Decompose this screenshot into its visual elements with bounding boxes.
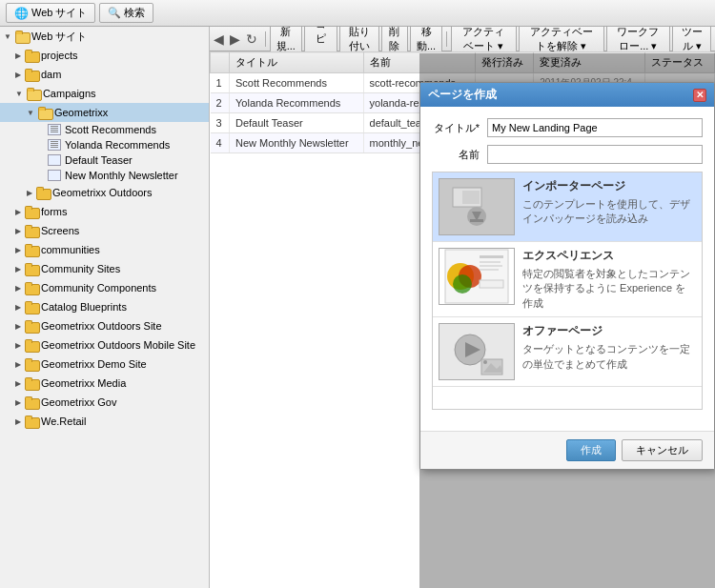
- separator: [446, 31, 447, 47]
- svg-point-10: [453, 274, 472, 294]
- folder-icon: [24, 356, 39, 372]
- sidebar-item-community-components[interactable]: ▶ Community Components: [0, 278, 209, 297]
- sidebar-item-geometrixx-media[interactable]: ▶ Geometrixx Media: [0, 374, 209, 393]
- row-title: New Monthly Newsletter: [230, 133, 364, 153]
- item-label: Scott Recommends: [65, 124, 156, 135]
- template-info-importer: インポーターページ このテンプレートを使用して、デザインパッケージを読み込み: [522, 178, 696, 227]
- search-button[interactable]: 🔍 検索: [99, 3, 153, 23]
- create-button[interactable]: 作成: [566, 439, 616, 461]
- svg-rect-14: [480, 269, 499, 271]
- template-title: エクスペリエンス: [522, 248, 696, 264]
- dialog-overlay: ページを作成 ✕ タイトル* 名前: [419, 53, 715, 588]
- triangle-icon: ▶: [15, 71, 21, 79]
- item-label: We.Retail: [41, 416, 86, 427]
- row-num: 1: [211, 73, 230, 93]
- row-title: Scott Recommends: [230, 73, 364, 93]
- page-icon: [48, 154, 61, 166]
- folder-icon: [24, 48, 39, 63]
- item-label: Community Sites: [41, 263, 120, 274]
- folder-icon: [24, 204, 39, 219]
- folder-icon: [24, 67, 39, 82]
- row-title: Yolanda Recommends: [230, 93, 364, 113]
- website-icon: 🌐: [14, 7, 29, 20]
- sidebar-item-default-teaser[interactable]: Default Teaser: [0, 152, 209, 168]
- sidebar-item-scott[interactable]: Scott Recommends: [0, 122, 209, 137]
- template-item-importer[interactable]: インポーターページ このテンプレートを使用して、デザインパッケージを読み込み: [433, 172, 702, 242]
- folder-icon: [24, 280, 39, 295]
- triangle-icon: ▶: [15, 322, 21, 331]
- sidebar-item-forms[interactable]: ▶ forms: [0, 202, 209, 221]
- sidebar-item-we-retail[interactable]: ▶ We.Retail: [0, 412, 209, 431]
- folder-open-icon: [37, 105, 52, 120]
- triangle-icon: ▶: [15, 417, 21, 426]
- search-icon: 🔍: [108, 7, 121, 19]
- sidebar-item-geometrixx[interactable]: ▼ Geometrixx: [0, 103, 209, 122]
- row-title: Default Teaser: [230, 113, 364, 133]
- folder-icon: [24, 414, 39, 429]
- sidebar-item-yolanda[interactable]: Yolanda Recommends: [0, 137, 209, 152]
- page-icon: [48, 170, 61, 181]
- item-label: Geometrixx Outdoors: [52, 187, 153, 198]
- sidebar-item-community-sites[interactable]: ▶ Community Sites: [0, 259, 209, 278]
- triangle-icon: ▶: [15, 379, 21, 388]
- triangle-icon: ▶: [15, 398, 21, 407]
- folder-icon: [24, 337, 39, 353]
- sidebar-item-geometrixx-demo[interactable]: ▶ Geometrixx Demo Site: [0, 355, 209, 374]
- triangle-icon: ▶: [15, 265, 21, 274]
- template-item-offer[interactable]: オファーページ ターゲットとなるコンテンツを一定の単位でまとめて作成: [433, 317, 702, 387]
- folder-open-icon: [26, 86, 41, 101]
- folder-icon: [24, 318, 39, 334]
- title-label: タイトル*: [432, 121, 480, 135]
- item-label: Geometrixx Outdoors Site: [41, 320, 162, 332]
- svg-rect-15: [480, 280, 503, 288]
- template-desc: ターゲットとなるコンテンツを一定の単位でまとめて作成: [522, 342, 696, 372]
- dialog-title: ページを作成: [428, 87, 497, 103]
- item-label: Screens: [41, 225, 79, 236]
- triangle-icon: ▶: [15, 360, 21, 369]
- sidebar-item-campaigns[interactable]: ▼ Campaigns: [0, 84, 209, 103]
- website-label: Web サイト: [31, 6, 87, 20]
- sidebar-item-screens[interactable]: ▶ Screens: [0, 221, 209, 240]
- title-row: タイトル*: [432, 118, 703, 137]
- website-button[interactable]: 🌐 Web サイト: [6, 3, 95, 23]
- content-toolbar: ◀ ▶ ↻ 新規... コピー 貼り付い 削除 移動... アクティベート ▾ …: [210, 27, 715, 51]
- experience-thumb-svg: [443, 248, 510, 305]
- sidebar-item-geometrixx-outdoors-mobile[interactable]: ▶ Geometrixx Outdoors Mobile Site: [0, 335, 209, 355]
- sidebar-item-communities[interactable]: ▶ communities: [0, 240, 209, 259]
- sidebar-item-geometrixx-gov[interactable]: ▶ Geometrixx Gov: [0, 393, 209, 412]
- item-label: forms: [41, 206, 68, 217]
- name-label: 名前: [432, 148, 480, 162]
- name-input[interactable]: [487, 145, 703, 164]
- title-input[interactable]: [487, 118, 703, 137]
- top-toolbar: 🌐 Web サイト 🔍 検索: [0, 0, 715, 27]
- svg-rect-5: [470, 219, 483, 222]
- sidebar-item-projects[interactable]: ▶ projects: [0, 46, 209, 65]
- triangle-icon: ▶: [15, 51, 21, 60]
- sidebar-item-geometrixx-outdoors[interactable]: ▶ Geometrixx Outdoors: [0, 183, 209, 202]
- cancel-button[interactable]: キャンセル: [622, 439, 703, 461]
- nav-forward-icon[interactable]: ▶: [230, 31, 240, 47]
- folder-icon: [24, 242, 39, 257]
- nav-back-icon[interactable]: ◀: [214, 31, 224, 47]
- item-label: Catalog Blueprints: [41, 301, 127, 313]
- template-thumb-experience: [439, 248, 515, 305]
- item-label: Geometrixx: [54, 107, 108, 118]
- sidebar-item-dam[interactable]: ▶ dam: [0, 65, 209, 84]
- search-label: 検索: [124, 6, 145, 20]
- item-label: communities: [41, 244, 100, 255]
- folder-open-icon: [14, 29, 30, 44]
- triangle-icon: ▶: [15, 284, 21, 293]
- item-label: New Monthly Newsletter: [65, 170, 178, 181]
- template-info-offer: オファーページ ターゲットとなるコンテンツを一定の単位でまとめて作成: [522, 323, 696, 372]
- svg-rect-2: [462, 191, 480, 204]
- template-desc: 特定の閲覧者を対象としたコンテンツを保持するように Experience を作成: [522, 267, 696, 311]
- template-item-experience[interactable]: エクスペリエンス 特定の閲覧者を対象としたコンテンツを保持するように Exper…: [433, 242, 702, 317]
- item-label: dam: [41, 69, 61, 80]
- sidebar-item-monthly-newsletter[interactable]: New Monthly Newsletter: [0, 168, 209, 183]
- sidebar-item-root[interactable]: ▼ Web サイト: [0, 27, 209, 46]
- sidebar-item-geometrixx-outdoors-site[interactable]: ▶ Geometrixx Outdoors Site: [0, 316, 209, 335]
- item-label: Geometrixx Gov: [41, 396, 116, 408]
- sidebar-item-catalog-blueprints[interactable]: ▶ Catalog Blueprints: [0, 297, 209, 316]
- refresh-icon[interactable]: ↻: [246, 31, 257, 47]
- dialog-close-button[interactable]: ✕: [693, 89, 706, 102]
